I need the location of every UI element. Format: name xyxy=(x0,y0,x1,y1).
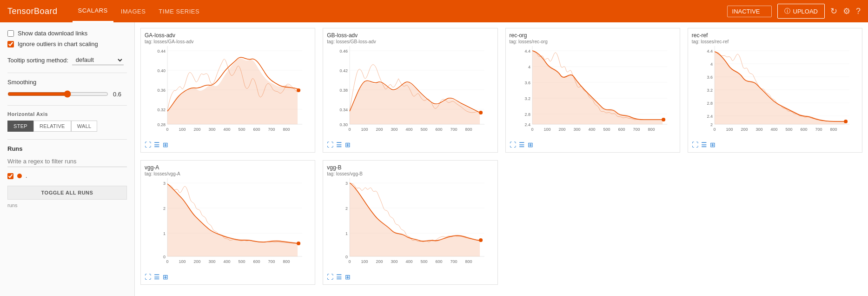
svg-text:300: 300 xyxy=(391,259,398,264)
svg-text:2.4: 2.4 xyxy=(524,122,530,127)
svg-text:300: 300 xyxy=(755,127,762,132)
expand-icon-gb[interactable]: ⛶ xyxy=(327,141,333,148)
svg-point-133 xyxy=(479,238,483,242)
chart-area-ga-loss-adv: 0.44 0.40 0.36 0.32 0.28 0 100 200 300 4… xyxy=(145,46,311,139)
svg-text:800: 800 xyxy=(283,127,290,132)
svg-text:3.6: 3.6 xyxy=(707,75,713,80)
svg-text:0: 0 xyxy=(349,127,351,132)
run-color-dot xyxy=(17,174,22,178)
data-icon-ga[interactable]: ☰ xyxy=(154,141,160,148)
horizontal-axis-section: Horizontal Axis STEP RELATIVE WALL xyxy=(7,111,127,132)
svg-text:400: 400 xyxy=(224,259,231,264)
svg-text:400: 400 xyxy=(406,127,413,132)
svg-text:2: 2 xyxy=(345,206,348,211)
ignore-outliers-checkbox[interactable] xyxy=(7,41,14,47)
zoom-icon-rec-ref[interactable]: ⊞ xyxy=(710,141,716,148)
expand-icon-rec-ref[interactable]: ⛶ xyxy=(692,141,698,148)
svg-text:3: 3 xyxy=(163,181,166,186)
smoothing-section: Smoothing 0.6 xyxy=(7,79,127,98)
zoom-icon-ga[interactable]: ⊞ xyxy=(163,141,168,148)
tooltip-row: Tooltip sorting method: default ascendin… xyxy=(7,55,127,65)
horizontal-axis-label: Horizontal Axis xyxy=(7,111,127,117)
nav-time-series[interactable]: TIME SERIES xyxy=(153,0,205,22)
run-checkbox[interactable] xyxy=(7,173,13,179)
data-icon-vgg-b[interactable]: ☰ xyxy=(336,273,342,281)
axis-step-button[interactable]: STEP xyxy=(7,121,33,132)
topbar-right: INACTIVE ⓘ UPLOAD ↻ ⚙ ? xyxy=(727,4,861,19)
data-icon-vgg-a[interactable]: ☰ xyxy=(154,273,160,281)
svg-text:500: 500 xyxy=(239,127,245,132)
data-icon-gb[interactable]: ☰ xyxy=(336,141,342,148)
svg-text:300: 300 xyxy=(209,259,216,264)
charts-grid-bottom: vgg-A tag: losses/vgg-A 3 2 1 0 0 xyxy=(140,160,862,285)
svg-text:0.36: 0.36 xyxy=(158,88,166,93)
upload-button[interactable]: ⓘ UPLOAD xyxy=(777,4,825,19)
svg-text:500: 500 xyxy=(785,127,792,132)
data-icon-rec-org[interactable]: ☰ xyxy=(519,141,525,148)
svg-text:500: 500 xyxy=(603,127,610,132)
svg-text:700: 700 xyxy=(451,259,457,264)
svg-text:0.38: 0.38 xyxy=(340,88,348,93)
svg-text:200: 200 xyxy=(376,259,383,264)
runs-filter-input[interactable] xyxy=(7,156,127,167)
refresh-icon[interactable]: ↻ xyxy=(830,6,837,16)
svg-text:400: 400 xyxy=(588,127,595,132)
svg-text:800: 800 xyxy=(283,259,290,264)
svg-text:100: 100 xyxy=(543,127,550,132)
svg-text:600: 600 xyxy=(618,127,625,132)
smoothing-slider[interactable] xyxy=(7,90,108,98)
show-download-checkbox[interactable] xyxy=(7,30,14,37)
chart-area-rec-org: 4.4 4 3.6 3.2 2.8 2.4 0 100 200 300 400 … xyxy=(510,46,676,139)
nav-scalars[interactable]: SCALARS xyxy=(73,0,113,22)
show-download-label: Show data download links xyxy=(18,30,87,37)
svg-text:0: 0 xyxy=(166,259,169,264)
svg-text:2.8: 2.8 xyxy=(707,101,713,106)
tooltip-select[interactable]: default ascending descending nearest xyxy=(72,55,124,65)
svg-point-21 xyxy=(297,88,300,92)
svg-text:600: 600 xyxy=(436,259,443,264)
svg-text:100: 100 xyxy=(361,259,368,264)
chart-title-ga-loss-adv: GA-loss-adv xyxy=(145,32,311,39)
axis-wall-button[interactable]: WALL xyxy=(71,121,98,132)
toggle-all-button[interactable]: TOGGLE ALL RUNS xyxy=(7,186,127,200)
svg-text:0: 0 xyxy=(349,259,351,264)
svg-text:400: 400 xyxy=(770,127,777,132)
zoom-icon-gb[interactable]: ⊞ xyxy=(345,141,351,148)
chart-area-gb-loss-adv: 0.46 0.42 0.38 0.34 0.30 0 100 200 300 4… xyxy=(327,46,493,139)
help-icon[interactable]: ? xyxy=(856,7,861,16)
chart-vgg-a: vgg-A tag: losses/vgg-A 3 2 1 0 0 xyxy=(140,160,315,285)
svg-text:0.46: 0.46 xyxy=(340,49,348,54)
chart-title-vgg-a: vgg-A xyxy=(145,164,311,171)
chart-svg-vgg-b: 3 2 1 0 0 100 200 300 400 500 600 700 80… xyxy=(327,178,493,271)
chart-area-vgg-a: 3 2 1 0 0 100 200 300 400 500 600 700 80… xyxy=(145,178,311,271)
expand-icon-vgg-a[interactable]: ⛶ xyxy=(145,273,151,281)
expand-icon-vgg-b[interactable]: ⛶ xyxy=(327,273,333,281)
chart-title-gb-loss-adv: GB-loss-adv xyxy=(327,32,493,39)
charts-grid-top: GA-loss-adv tag: losses/GA-loss-adv xyxy=(140,28,862,153)
svg-text:2: 2 xyxy=(163,206,166,211)
ignore-outliers-row: Ignore outliers in chart scaling xyxy=(7,40,127,47)
run-item-dot: . xyxy=(7,173,127,179)
settings-icon[interactable]: ⚙ xyxy=(843,6,850,16)
svg-text:200: 200 xyxy=(194,259,201,264)
expand-icon-rec-org[interactable]: ⛶ xyxy=(510,141,516,148)
axis-relative-button[interactable]: RELATIVE xyxy=(33,121,71,132)
runs-section: Runs . TOGGLE ALL RUNS runs xyxy=(7,145,127,208)
status-select[interactable]: INACTIVE xyxy=(727,6,772,17)
zoom-icon-vgg-a[interactable]: ⊞ xyxy=(163,273,168,281)
tooltip-label: Tooltip sorting method: xyxy=(7,57,68,64)
svg-text:1: 1 xyxy=(345,231,348,236)
zoom-icon-vgg-b[interactable]: ⊞ xyxy=(345,273,351,281)
divider-3 xyxy=(7,139,127,140)
chart-footer-ga-loss-adv: ⛶ ☰ ⊞ xyxy=(145,141,311,148)
data-icon-rec-ref[interactable]: ☰ xyxy=(701,141,707,148)
expand-icon-ga[interactable]: ⛶ xyxy=(145,141,151,148)
divider-1 xyxy=(7,73,127,73)
nav-images[interactable]: IMAGES xyxy=(115,0,152,22)
chart-footer-vgg-b: ⛶ ☰ ⊞ xyxy=(327,273,493,281)
svg-text:400: 400 xyxy=(406,259,413,264)
main-content: GA-loss-adv tag: losses/GA-loss-adv xyxy=(135,22,868,296)
zoom-icon-rec-org[interactable]: ⊞ xyxy=(528,141,533,148)
svg-text:3.2: 3.2 xyxy=(707,88,713,93)
svg-text:0: 0 xyxy=(531,127,533,132)
